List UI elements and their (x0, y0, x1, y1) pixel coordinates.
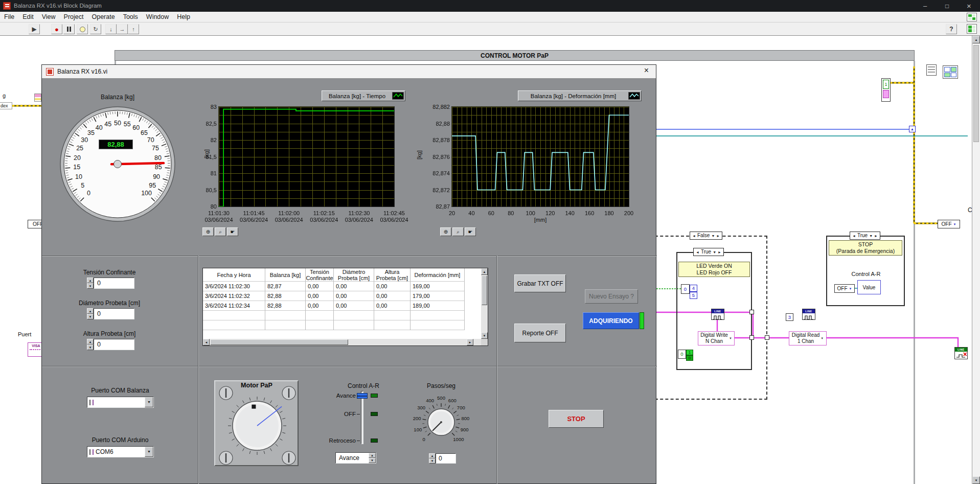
drop-icon[interactable]: ▼ (953, 223, 956, 226)
table-hscrollbar[interactable]: ◄ ► (203, 339, 481, 345)
scroll-right-button[interactable]: ► (467, 339, 473, 345)
table-cell[interactable]: 179,00 (411, 291, 465, 301)
nuevo-ensayo-button[interactable]: Nuevo Ensayo ? (585, 289, 638, 304)
graph-pan-tool[interactable]: ☛ (465, 227, 476, 236)
value-property-node[interactable]: Value (857, 280, 881, 294)
table-cell[interactable]: 0,00 (334, 282, 374, 291)
table-cell[interactable]: 3/6/2024 11:02:30 (203, 282, 265, 291)
stop-button[interactable]: STOP (549, 410, 604, 428)
numeric-constant-3[interactable]: 3 (786, 313, 793, 321)
cluster-constant[interactable]: 1 (881, 78, 891, 102)
pasos-knob[interactable]: 01002003004005006007008009001000 (408, 389, 474, 455)
highlight-execution-button[interactable] (77, 24, 88, 34)
scroll-up-button[interactable]: ▲ (481, 268, 488, 275)
case-next-icon[interactable]: ► (718, 250, 721, 254)
scroll-up-button[interactable]: ▲ (972, 36, 980, 43)
reporte-button[interactable]: Reporte OFF (514, 324, 566, 342)
table-cell[interactable]: 0,00 (374, 301, 411, 311)
menu-tools[interactable]: Tools (119, 12, 142, 22)
menu-edit[interactable]: Edit (18, 12, 38, 22)
table-cell[interactable]: 3/6/2024 11:02:32 (203, 291, 265, 301)
digital-read-selector[interactable]: Digital Read 1 Chan ▼ (789, 331, 827, 345)
step-out-button[interactable]: ↑ (128, 24, 139, 34)
diagram-vscrollbar[interactable]: ▲ ▼ (972, 36, 980, 484)
drop-icon[interactable]: ▼ (849, 287, 852, 290)
table-cell[interactable]: 0,00 (374, 291, 411, 301)
decrement-button[interactable]: ▼ (87, 344, 94, 350)
motor-knob[interactable] (215, 381, 300, 467)
case-selector-false[interactable]: ◄ False ▼ ► (690, 232, 722, 240)
table-cell[interactable]: 3/6/2024 11:02:34 (203, 301, 265, 311)
table-cell[interactable]: 0,00 (334, 301, 374, 311)
increment-button[interactable]: ▲ (87, 308, 94, 314)
table-cell[interactable]: 0,00 (306, 282, 334, 291)
case-selector-true-inner[interactable]: ◄ True ▼ ► (693, 248, 724, 256)
menu-file[interactable]: File (0, 12, 18, 22)
com-balanza-dropdown[interactable]: ▼ (87, 397, 154, 408)
table-cell[interactable]: 82,88 (265, 291, 306, 301)
graph-zoom-tool[interactable]: ⌕ (215, 227, 226, 236)
decrement-button[interactable]: ▼ (87, 314, 94, 319)
scroll-down-button[interactable]: ▼ (972, 476, 980, 484)
run-button[interactable]: ▶ (29, 24, 40, 34)
graph-zoom-tool[interactable]: ⌕ (452, 227, 464, 236)
table-cell[interactable]: 189,00 (411, 301, 465, 311)
decrement-button[interactable]: ▼ (429, 458, 436, 464)
cut-node-icon[interactable] (34, 94, 41, 102)
case-prev-icon[interactable]: ◄ (696, 250, 699, 254)
table-vscrollbar[interactable]: ▲ ▼ (481, 268, 488, 339)
case-prev-icon[interactable]: ◄ (852, 234, 856, 238)
increment-button[interactable]: ▲ (87, 278, 94, 283)
close-button[interactable]: × (958, 0, 980, 12)
shift-register[interactable]: ▲ (909, 126, 916, 132)
menu-project[interactable]: Project (60, 12, 88, 22)
case-prev-icon[interactable]: ◄ (692, 234, 696, 238)
build-array-icon[interactable] (943, 65, 958, 79)
bool-array-element-1[interactable]: 1 (686, 350, 693, 355)
selector-drop-icon[interactable]: ▼ (729, 337, 732, 340)
case-drop-icon[interactable]: ▼ (869, 234, 873, 238)
case-drop-icon[interactable]: ▼ (711, 234, 715, 238)
panel-titlebar[interactable]: Balanza RX v16.vi × (42, 65, 656, 79)
daq-clear-task-icon[interactable]: LINE × (954, 347, 968, 359)
scrollbar-thumb[interactable] (973, 45, 979, 142)
table-cell[interactable]: 0,00 (334, 291, 374, 301)
altura-field[interactable]: 0 (94, 339, 134, 350)
table-cell[interactable]: 0,00 (306, 291, 334, 301)
menu-operate[interactable]: Operate (87, 12, 119, 22)
increment-button[interactable]: ▲ (429, 453, 436, 458)
chart1-legend-icon[interactable] (392, 92, 404, 100)
off-constant-right[interactable]: OFF ▼ (938, 220, 960, 228)
table-cell[interactable]: 0,00 (306, 301, 334, 311)
increment-button[interactable]: ▲ (87, 339, 94, 344)
minimize-button[interactable]: – (914, 0, 936, 12)
pause-button[interactable] (63, 24, 75, 34)
case-drop-icon[interactable]: ▼ (713, 250, 716, 254)
array-element-4[interactable]: 4 (690, 285, 697, 292)
scrollbar-thumb[interactable] (210, 339, 348, 345)
retain-wire-values-button[interactable]: ↻ (90, 24, 101, 34)
diametro-field[interactable]: 0 (94, 308, 134, 319)
graph-cursor-tool[interactable]: ⊕ (440, 227, 451, 236)
bool-constant[interactable]: 1 (883, 80, 889, 89)
bool-array-index-box[interactable]: 0 (678, 350, 686, 359)
selector-drop-icon[interactable]: ▼ (821, 337, 824, 340)
grabar-txt-button[interactable]: Grabar TXT OFF (514, 274, 566, 292)
daq-create-channel-icon[interactable]: LINE (802, 309, 815, 320)
decrement-button[interactable]: ▼ (87, 283, 94, 289)
report-icon[interactable] (926, 64, 937, 76)
daq-create-channel-icon[interactable]: LINE (711, 309, 724, 320)
case-next-icon[interactable]: ► (716, 234, 720, 238)
com-arduino-dropdown[interactable]: COM6 ▼ (87, 446, 154, 457)
scroll-left-button[interactable]: ◄ (203, 339, 210, 345)
abort-button[interactable]: ● (51, 24, 62, 34)
table-cell[interactable]: 0,00 (374, 282, 411, 291)
string-constant[interactable] (883, 90, 889, 98)
graph-cursor-tool[interactable]: ⊕ (202, 227, 214, 236)
help-button[interactable]: ? (946, 24, 957, 34)
case-selector-true-right[interactable]: ◄ True ▼ ► (850, 232, 880, 240)
step-over-button[interactable]: → (117, 24, 128, 34)
off-constant-case[interactable]: OFF ▼ (834, 284, 855, 293)
tension-field[interactable]: 0 (94, 278, 134, 289)
dropdown-button[interactable]: ▼ (145, 447, 153, 457)
